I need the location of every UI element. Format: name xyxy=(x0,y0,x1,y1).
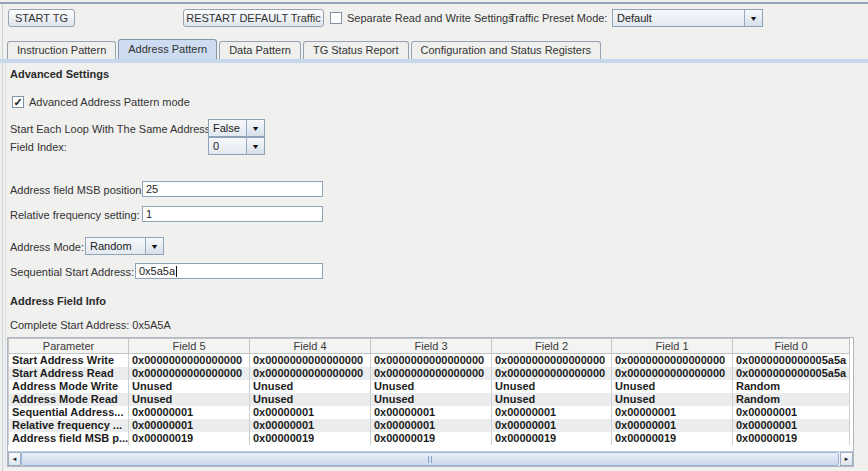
tab-data-pattern[interactable]: Data Pattern xyxy=(219,41,301,59)
value-cell: Random xyxy=(733,380,850,393)
value-cell: 0x00000019 xyxy=(612,432,733,445)
value-cell: 0x00000001 xyxy=(733,406,850,419)
field-table-body: Start Address Write0x00000000000000000x0… xyxy=(9,354,850,445)
field-info-scrollpane: ParameterField 5Field 4Field 3Field 2Fie… xyxy=(7,337,854,467)
table-row[interactable]: Start Address Read0x00000000000000000x00… xyxy=(9,367,850,380)
value-cell: 0x00000019 xyxy=(250,432,371,445)
value-cell: 0x0000000000000000 xyxy=(129,354,250,367)
traffic-preset-mode-select[interactable]: Default ▼ xyxy=(612,9,763,27)
table-row[interactable]: Address field MSB p...0x000000190x000000… xyxy=(9,432,850,445)
param-cell: Address Mode Write xyxy=(9,380,129,393)
address-mode-select[interactable]: Random ▼ xyxy=(85,237,164,255)
table-row[interactable]: Sequential Address...0x000000010x0000000… xyxy=(9,406,850,419)
value-cell: 0x00000001 xyxy=(129,406,250,419)
value-cell: 0x0000000000005a5a xyxy=(733,367,850,380)
value-cell: Unused xyxy=(250,393,371,406)
table-row[interactable]: Address Mode WriteUnusedUnusedUnusedUnus… xyxy=(9,380,850,393)
sequential-start-address-input[interactable]: 0x5a5a xyxy=(135,263,323,279)
thumb-grip-icon xyxy=(428,456,429,463)
value-cell: Unused xyxy=(371,380,492,393)
value-cell: Unused xyxy=(492,393,612,406)
relative-frequency-input[interactable]: 1 xyxy=(142,206,323,222)
table-header-row: ParameterField 5Field 4Field 3Field 2Fie… xyxy=(9,339,850,354)
param-cell: Address Mode Read xyxy=(9,393,129,406)
value-cell: 0x0000000000000000 xyxy=(371,367,492,380)
start-tg-button[interactable]: START TG xyxy=(8,9,75,27)
value-cell: 0x00000001 xyxy=(250,419,371,432)
value-cell: Unused xyxy=(612,380,733,393)
chevron-down-icon: ▼ xyxy=(749,15,758,22)
param-cell: Start Address Read xyxy=(9,367,129,380)
param-cell: Relative frequency ... xyxy=(9,419,129,432)
dropdown-arrow-button[interactable]: ▼ xyxy=(145,238,163,254)
scroll-right-button[interactable]: ► xyxy=(840,452,853,466)
value-cell: Random xyxy=(733,393,850,406)
traffic-generator-window: START TG RESTART DEFAULT Traffic ✓ Separ… xyxy=(0,0,868,471)
msb-position-input[interactable]: 25 xyxy=(142,181,323,197)
separate-read-write-checkbox[interactable]: ✓ Separate Read and Write Settings xyxy=(330,9,514,27)
advanced-settings-heading: Advanced Settings xyxy=(10,68,109,80)
param-cell: Address field MSB p... xyxy=(9,432,129,445)
value-cell: 0x0000000000000000 xyxy=(492,354,612,367)
table-row[interactable]: Address Mode ReadUnusedUnusedUnusedUnuse… xyxy=(9,393,850,406)
table-row[interactable]: Relative frequency ...0x000000010x000000… xyxy=(9,419,850,432)
tab-tg-status-report[interactable]: TG Status Report xyxy=(303,41,409,59)
value-cell: 0x00000001 xyxy=(612,419,733,432)
horizontal-scrollbar[interactable]: ◄ ► xyxy=(8,451,853,466)
tab-panel-top-band xyxy=(0,59,868,63)
value-cell: Unused xyxy=(129,393,250,406)
complete-start-address-text: Complete Start Address: 0x5A5A xyxy=(10,319,171,331)
advanced-address-pattern-label: Advanced Address Pattern mode xyxy=(29,96,190,108)
tab-address-pattern[interactable]: Address Pattern xyxy=(118,39,217,59)
column-header: Field 5 xyxy=(129,339,250,354)
dropdown-arrow-button[interactable]: ▼ xyxy=(246,120,264,136)
value-cell: 0x00000019 xyxy=(492,432,612,445)
value-cell: 0x0000000000000000 xyxy=(250,354,371,367)
column-header: Field 4 xyxy=(250,339,371,354)
text-caret xyxy=(176,266,177,277)
value-cell: 0x00000019 xyxy=(733,432,850,445)
scroll-right-icon: ► xyxy=(844,456,850,462)
scrollbar-thumb[interactable] xyxy=(21,452,839,466)
sequential-start-address-label: Sequential Start Address: xyxy=(10,266,134,278)
advanced-address-pattern-checkbox[interactable]: ✓ Advanced Address Pattern mode xyxy=(12,94,190,110)
checkbox-box: ✓ xyxy=(330,12,342,24)
loop-same-address-label: Start Each Loop With The Same Address: xyxy=(10,123,213,135)
tab-configuration-status-registers[interactable]: Configuration and Status Registers xyxy=(411,41,602,59)
restart-default-traffic-button[interactable]: RESTART DEFAULT Traffic xyxy=(183,9,324,27)
traffic-preset-mode-label: Traffic Preset Mode: xyxy=(509,12,607,24)
chevron-down-icon: ▼ xyxy=(251,143,260,150)
value-cell: Unused xyxy=(250,380,371,393)
value-cell: 0x00000019 xyxy=(129,432,250,445)
loop-same-address-select[interactable]: False ▼ xyxy=(208,119,265,137)
chevron-down-icon: ▼ xyxy=(251,125,260,132)
checkmark-icon: ✓ xyxy=(13,97,22,107)
msb-position-value: 25 xyxy=(146,183,158,195)
column-header: Field 0 xyxy=(733,339,850,354)
address-mode-value: Random xyxy=(86,238,145,254)
relative-frequency-value: 1 xyxy=(146,208,152,220)
field-index-select[interactable]: 0 ▼ xyxy=(208,137,265,155)
value-cell: 0x00000001 xyxy=(492,406,612,419)
param-cell: Start Address Write xyxy=(9,354,129,367)
value-cell: Unused xyxy=(492,380,612,393)
tab-bar: Instruction Pattern Address Pattern Data… xyxy=(7,39,603,59)
value-cell: 0x0000000000000000 xyxy=(612,367,733,380)
value-cell: 0x00000001 xyxy=(733,419,850,432)
value-cell: 0x0000000000000000 xyxy=(371,354,492,367)
dropdown-arrow-button[interactable]: ▼ xyxy=(246,138,264,154)
table-row[interactable]: Start Address Write0x00000000000000000x0… xyxy=(9,354,850,367)
scroll-left-button[interactable]: ◄ xyxy=(8,452,21,466)
address-field-info-heading: Address Field Info xyxy=(10,295,106,307)
value-cell: 0x00000001 xyxy=(371,406,492,419)
value-cell: Unused xyxy=(612,393,733,406)
value-cell: 0x0000000000000000 xyxy=(492,367,612,380)
field-index-label: Field Index: xyxy=(10,141,67,153)
column-header: Parameter xyxy=(9,339,129,354)
dropdown-arrow-button[interactable]: ▼ xyxy=(744,10,762,26)
checkbox-box: ✓ xyxy=(12,96,24,108)
sequential-start-address-value: 0x5a5a xyxy=(139,265,175,277)
value-cell: 0x00000019 xyxy=(371,432,492,445)
tab-instruction-pattern[interactable]: Instruction Pattern xyxy=(7,41,116,59)
chevron-down-icon: ▼ xyxy=(150,243,159,250)
